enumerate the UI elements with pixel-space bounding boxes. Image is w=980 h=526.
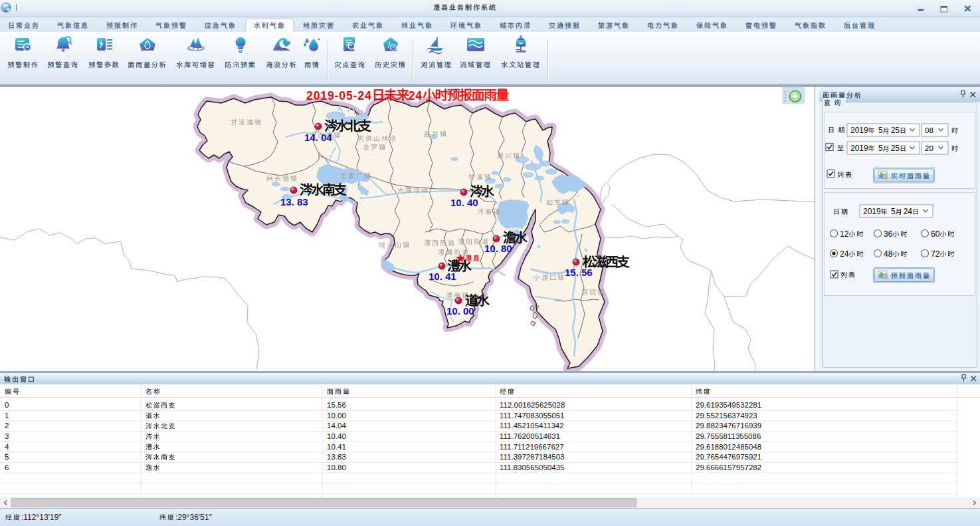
svg-text:3: 3 bbox=[5, 432, 9, 440]
svg-text:10. 41: 10. 41 bbox=[429, 271, 456, 282]
svg-text:2019: 2019 bbox=[863, 207, 881, 216]
svg-text:5: 5 bbox=[889, 207, 896, 216]
svg-text:29.7555811355086: 29.7555811355086 bbox=[696, 432, 761, 440]
svg-text:111.76200514631: 111.76200514631 bbox=[500, 432, 560, 440]
svg-text:2019: 2019 bbox=[850, 126, 868, 135]
svg-text:24: 24 bbox=[409, 89, 423, 102]
svg-text:10. 80: 10. 80 bbox=[484, 243, 512, 254]
svg-text:48: 48 bbox=[884, 249, 893, 259]
svg-text:25: 25 bbox=[891, 126, 900, 135]
svg-text:5: 5 bbox=[876, 144, 883, 153]
svg-text:111.830565050435: 111.830565050435 bbox=[500, 463, 564, 471]
svg-text:29.552156374923: 29.552156374923 bbox=[696, 412, 757, 420]
svg-text:2: 2 bbox=[5, 422, 9, 430]
svg-text:24: 24 bbox=[904, 207, 913, 216]
svg-text:12: 12 bbox=[840, 229, 849, 239]
svg-text:10.80: 10.80 bbox=[327, 463, 346, 471]
svg-text:14.04: 14.04 bbox=[327, 422, 346, 430]
svg-text:25: 25 bbox=[891, 144, 900, 153]
svg-text:111.452105411342: 111.452105411342 bbox=[500, 422, 564, 430]
svg-text:10.40: 10.40 bbox=[327, 432, 346, 440]
svg-text:10. 00: 10. 00 bbox=[446, 305, 474, 317]
svg-text:10.00: 10.00 bbox=[327, 412, 346, 420]
svg-text::112°13′19″: :112°13′19″ bbox=[21, 513, 62, 522]
svg-text:6: 6 bbox=[5, 463, 9, 471]
svg-text:10. 40: 10. 40 bbox=[450, 197, 478, 208]
svg-text:2019-05-24: 2019-05-24 bbox=[306, 89, 372, 102]
svg-text:36: 36 bbox=[884, 229, 893, 239]
svg-text:111.397267184503: 111.397267184503 bbox=[500, 453, 564, 461]
svg-text:15.56: 15.56 bbox=[327, 401, 346, 409]
svg-text:15. 56: 15. 56 bbox=[565, 267, 593, 278]
svg-text:0: 0 bbox=[5, 401, 9, 409]
svg-text:29.6193549532281: 29.6193549532281 bbox=[696, 401, 761, 409]
svg-text:4: 4 bbox=[5, 443, 9, 451]
svg-text:29.7654476975921: 29.7654476975921 bbox=[696, 453, 761, 461]
svg-text:111.747083055051: 111.747083055051 bbox=[500, 412, 564, 420]
svg-text:13.83: 13.83 bbox=[327, 453, 346, 461]
svg-text:72: 72 bbox=[931, 249, 940, 259]
svg-text:10.41: 10.41 bbox=[327, 443, 346, 451]
svg-text:13. 83: 13. 83 bbox=[280, 196, 308, 207]
svg-text:14. 04: 14. 04 bbox=[304, 132, 332, 143]
svg-text:29.6188012485048: 29.6188012485048 bbox=[696, 443, 761, 451]
svg-text:1: 1 bbox=[5, 412, 9, 420]
svg-text:112.001625625028: 112.001625625028 bbox=[500, 401, 565, 409]
svg-text:29.6666157957282: 29.6666157957282 bbox=[696, 463, 761, 471]
svg-text:111.711219667627: 111.711219667627 bbox=[500, 443, 564, 451]
svg-text:60: 60 bbox=[931, 229, 940, 239]
svg-text:20: 20 bbox=[925, 144, 933, 152]
svg-text:5: 5 bbox=[876, 126, 883, 135]
svg-text:29.8823476716939: 29.8823476716939 bbox=[696, 422, 761, 430]
svg-text:5: 5 bbox=[5, 453, 9, 461]
svg-text::29°36′51″: :29°36′51″ bbox=[175, 513, 212, 522]
svg-text:24: 24 bbox=[840, 249, 849, 259]
svg-text:08: 08 bbox=[925, 126, 933, 134]
svg-text:2019: 2019 bbox=[850, 144, 868, 153]
